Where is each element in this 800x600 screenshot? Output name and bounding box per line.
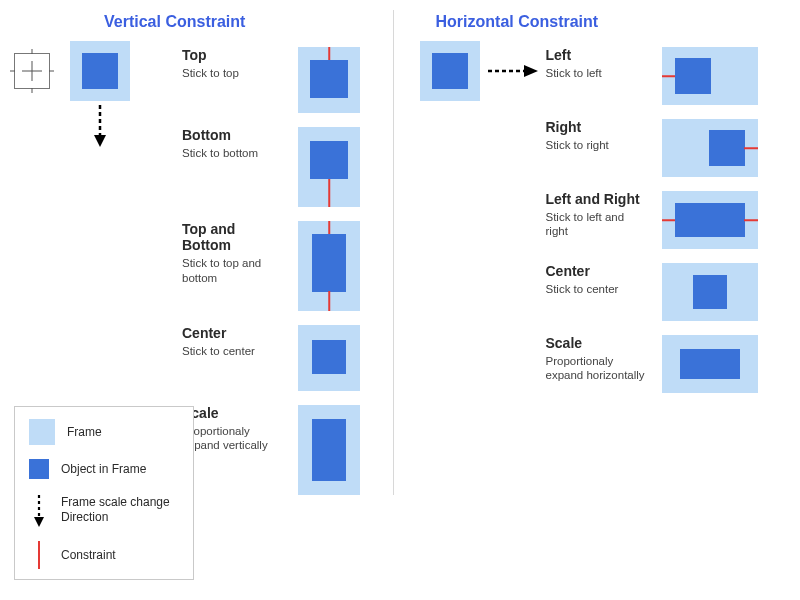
horizontal-heading: Horizontal Constraint	[436, 13, 787, 31]
demo-scale-v	[298, 405, 360, 495]
row-left-and-right: Left and Right Stick to left and right	[546, 191, 787, 249]
frame-swatch	[29, 419, 55, 445]
row-title: Left and Right	[546, 191, 646, 207]
row-title: Right	[546, 119, 646, 135]
row-scale-h: Scale Proportionaly expand horizontally	[546, 335, 787, 393]
demo-center-v	[298, 325, 360, 391]
demo-top	[298, 47, 360, 113]
row-title: Scale	[182, 405, 282, 421]
demo-right	[662, 119, 758, 177]
svg-marker-3	[524, 65, 538, 77]
legend-frame: Frame	[29, 419, 179, 445]
row-desc: Stick to right	[546, 138, 646, 152]
object-in-frame	[432, 53, 468, 89]
row-desc: Stick to center	[546, 282, 646, 296]
legend-object: Object in Frame	[29, 459, 179, 479]
demo-top-and-bottom	[298, 221, 360, 311]
demo-left	[662, 47, 758, 105]
demo-scale-h	[662, 335, 758, 393]
row-desc: Stick to top and bottom	[182, 256, 282, 285]
row-title: Center	[546, 263, 646, 279]
scale-down-arrow-icon	[92, 103, 108, 147]
row-title: Scale	[546, 335, 646, 351]
legend-label: Constraint	[61, 548, 116, 563]
demo-bottom	[298, 127, 360, 207]
svg-marker-5	[34, 517, 44, 527]
row-desc: Proportionaly expand vertically	[182, 424, 282, 453]
row-center-h: Center Stick to center	[546, 263, 787, 321]
legend-label: Object in Frame	[61, 462, 146, 477]
constraint-swatch	[29, 541, 49, 569]
object-in-frame	[82, 53, 118, 89]
row-title: Center	[182, 325, 282, 341]
row-title: Top and Bottom	[182, 221, 282, 253]
row-bottom: Bottom Stick to bottom	[182, 127, 385, 207]
row-center-v: Center Stick to center	[182, 325, 385, 391]
horizontal-column: Horizontal Constraint Left Stick to left	[393, 10, 787, 495]
arrow-swatch	[29, 493, 49, 527]
horizontal-source-frame	[420, 41, 480, 101]
legend-direction: Frame scale change Direction	[29, 493, 179, 527]
vertical-heading: Vertical Constraint	[104, 13, 385, 31]
svg-marker-1	[94, 135, 106, 147]
demo-left-and-right	[662, 191, 758, 249]
row-title: Bottom	[182, 127, 282, 143]
legend-label: Frame scale change Direction	[61, 495, 179, 525]
row-scale-v: Scale Proportionaly expand vertically	[182, 405, 385, 495]
vertical-source-frame	[70, 41, 130, 101]
row-top-and-bottom: Top and Bottom Stick to top and bottom	[182, 221, 385, 311]
row-right: Right Stick to right	[546, 119, 787, 177]
row-desc: Stick to bottom	[182, 146, 282, 160]
object-swatch	[29, 459, 49, 479]
row-desc: Proportionaly expand horizontally	[546, 354, 646, 383]
scale-right-arrow-icon	[486, 63, 538, 79]
legend-label: Frame	[67, 425, 102, 440]
legend: Frame Object in Frame Frame scale change…	[14, 406, 194, 580]
row-desc: Stick to left and right	[546, 210, 646, 239]
legend-constraint: Constraint	[29, 541, 179, 569]
center-constraint-icon	[14, 53, 50, 89]
row-desc: Stick to center	[182, 344, 282, 358]
demo-center-h	[662, 263, 758, 321]
